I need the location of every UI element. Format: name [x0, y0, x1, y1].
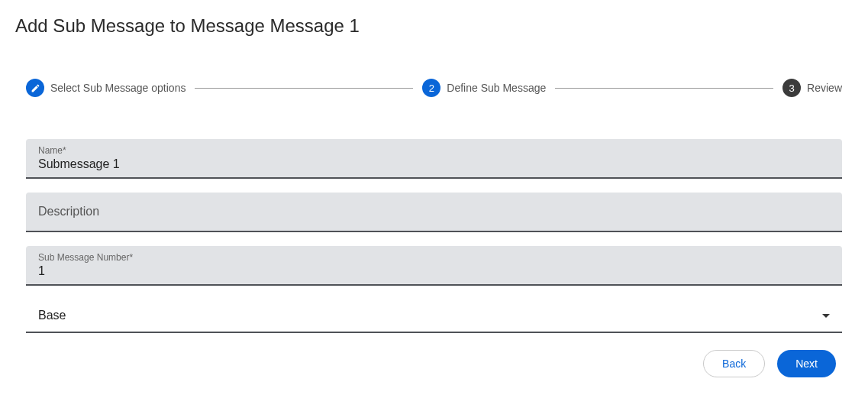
step-review[interactable]: 3 Review	[782, 79, 842, 97]
sub-message-number-label: Sub Message Number*	[38, 252, 830, 263]
step-label: Define Sub Message	[447, 82, 546, 94]
step-connector	[195, 88, 413, 89]
step-label: Select Sub Message options	[50, 82, 186, 94]
wizard-actions: Back Next	[15, 350, 853, 377]
name-input[interactable]	[38, 157, 830, 171]
sub-message-number-input[interactable]	[38, 264, 830, 278]
description-input[interactable]	[38, 205, 830, 218]
step-label: Review	[807, 82, 842, 94]
step-number-badge: 3	[782, 79, 801, 97]
description-field-wrapper[interactable]	[26, 193, 842, 232]
pencil-icon	[26, 79, 44, 97]
step-select-options[interactable]: Select Sub Message options	[26, 79, 186, 97]
next-button[interactable]: Next	[777, 350, 836, 377]
page-title: Add Sub Message to Message Message 1	[15, 15, 853, 37]
step-define-sub-message[interactable]: 2 Define Sub Message	[422, 79, 546, 97]
chevron-down-icon	[822, 314, 830, 318]
back-button[interactable]: Back	[703, 350, 765, 377]
type-select[interactable]: Base	[26, 299, 842, 333]
step-connector	[555, 88, 773, 89]
name-label: Name*	[38, 145, 830, 156]
type-select-value: Base	[38, 309, 66, 322]
sub-message-number-field-wrapper[interactable]: Sub Message Number*	[26, 246, 842, 286]
form: Name* Sub Message Number* Base	[15, 139, 853, 333]
wizard-stepper: Select Sub Message options 2 Define Sub …	[15, 79, 853, 97]
name-field-wrapper[interactable]: Name*	[26, 139, 842, 179]
step-number-badge: 2	[422, 79, 440, 97]
